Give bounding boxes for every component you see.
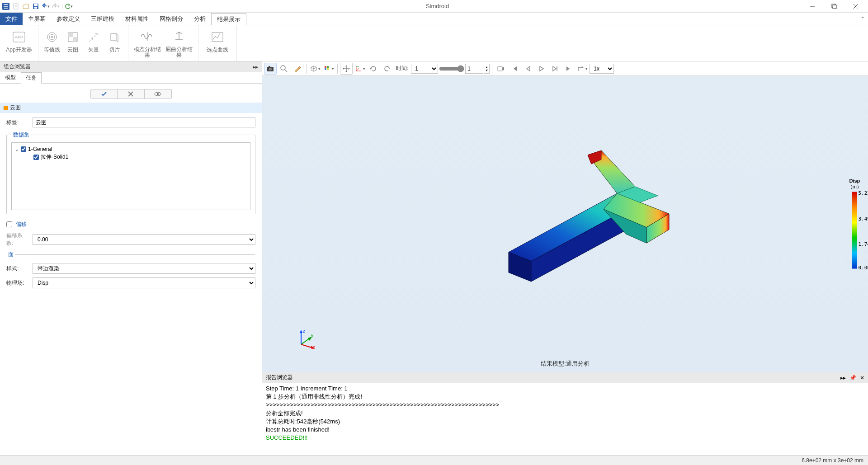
zoom-icon[interactable] bbox=[278, 63, 290, 75]
tree-child-label[interactable]: 拉伸-Solid1 bbox=[41, 153, 68, 161]
app-title: Simdroid bbox=[73, 3, 802, 9]
report-expand-icon[interactable]: ▸▸ bbox=[840, 375, 846, 381]
ribbon-curve[interactable]: 选点曲线 bbox=[203, 28, 232, 58]
tree-root-label[interactable]: 1-General bbox=[28, 146, 52, 152]
cube-icon[interactable] bbox=[309, 63, 321, 75]
tree-caret-icon[interactable]: ⌄ bbox=[14, 146, 19, 152]
time-select[interactable]: 1 bbox=[411, 64, 438, 74]
menu-tab-home[interactable]: 主屏幕 bbox=[23, 13, 51, 25]
time-label: 时间: bbox=[396, 65, 408, 72]
preview-button[interactable] bbox=[145, 89, 172, 99]
section-icon bbox=[4, 106, 8, 110]
model-3d bbox=[448, 132, 683, 286]
legend-title: Disp bbox=[848, 178, 862, 183]
close-button[interactable] bbox=[845, 0, 866, 13]
ribbon-vector[interactable]: 矢量 bbox=[85, 28, 103, 58]
style-select[interactable]: 带边渲染 bbox=[33, 263, 255, 274]
svg-rect-3 bbox=[34, 4, 38, 6]
redo-icon[interactable] bbox=[52, 2, 60, 10]
new-icon[interactable] bbox=[12, 2, 20, 10]
report-pin-icon[interactable]: 📌 bbox=[849, 375, 856, 381]
panel-collapse-icon[interactable]: ▸▸ bbox=[253, 64, 258, 70]
svg-rect-22 bbox=[325, 66, 326, 68]
report-close-icon[interactable]: ✕ bbox=[860, 375, 864, 381]
prev-frame-icon[interactable] bbox=[522, 63, 534, 75]
menu-tab-material[interactable]: 材料属性 bbox=[120, 13, 154, 25]
palette-icon[interactable] bbox=[322, 63, 335, 75]
menu-tab-3d[interactable]: 三维建模 bbox=[85, 13, 120, 25]
svg-rect-23 bbox=[327, 66, 329, 68]
field-select[interactable]: Disp bbox=[33, 277, 255, 288]
offset-checkbox[interactable] bbox=[6, 221, 12, 227]
maximize-button[interactable] bbox=[824, 0, 844, 13]
status-text: 6.8e+02 mm x 3e+02 mm bbox=[802, 457, 863, 464]
brush-icon[interactable] bbox=[291, 63, 304, 75]
viewport-toolbar: 时间: 1 ▲▼ 1x bbox=[262, 61, 868, 76]
menu-tab-mesh[interactable]: 网格剖分 bbox=[154, 13, 189, 25]
svg-point-9 bbox=[47, 33, 57, 42]
camera-icon[interactable] bbox=[264, 63, 277, 75]
ribbon-modal[interactable]: 模态分析结果 bbox=[133, 28, 162, 58]
move-icon[interactable] bbox=[340, 63, 353, 75]
accept-button[interactable] bbox=[90, 89, 118, 99]
ribbon-collapse-icon[interactable]: ⌃ bbox=[857, 13, 868, 25]
loop-icon[interactable] bbox=[576, 63, 589, 75]
minimize-button[interactable] bbox=[802, 0, 823, 13]
svg-point-17 bbox=[157, 93, 159, 95]
svg-line-38 bbox=[301, 344, 313, 348]
next-frame-icon[interactable] bbox=[549, 63, 561, 75]
frame-input[interactable] bbox=[465, 64, 483, 74]
panel-tab-task[interactable]: 任务 bbox=[21, 72, 42, 84]
open-icon[interactable] bbox=[22, 2, 30, 10]
svg-point-10 bbox=[49, 34, 55, 40]
ribbon-slice[interactable]: 切片 bbox=[105, 28, 123, 58]
menu-tab-results[interactable]: 结果展示 bbox=[211, 13, 246, 25]
viewport[interactable]: z y x Disp （m） 5.239e-07 3.493e-07 1.746… bbox=[262, 76, 868, 372]
rotate-cw-icon[interactable] bbox=[381, 63, 393, 75]
field-label: 物理场: bbox=[6, 279, 29, 287]
legend-unit: （m） bbox=[848, 183, 862, 190]
menu-tabs: 文件 主屏幕 参数定义 三维建模 材料属性 网格剖分 分析 结果展示 ⌃ bbox=[0, 13, 868, 25]
play-icon[interactable] bbox=[535, 63, 548, 75]
label-input[interactable] bbox=[33, 117, 255, 127]
ribbon-contour[interactable]: 等值线 bbox=[43, 28, 61, 58]
menu-tab-analysis[interactable]: 分析 bbox=[189, 13, 211, 25]
color-legend: Disp （m） 5.239e-07 3.493e-07 1.746e-07 0… bbox=[848, 178, 862, 271]
offset-select[interactable]: 0.00 bbox=[33, 234, 255, 245]
status-bar: 6.8e+02 mm x 3e+02 mm bbox=[0, 455, 868, 465]
panel-tab-model[interactable]: 模型 bbox=[0, 72, 21, 83]
offset-label: 偏移 bbox=[16, 221, 27, 228]
time-slider[interactable] bbox=[439, 65, 464, 72]
menu-tab-params[interactable]: 参数定义 bbox=[51, 13, 85, 25]
svg-point-11 bbox=[51, 36, 53, 38]
face-legend: 面 bbox=[6, 251, 15, 258]
label-label: 标签: bbox=[6, 119, 29, 127]
axis-triad: z y x bbox=[297, 329, 315, 347]
last-frame-icon[interactable] bbox=[562, 63, 575, 75]
svg-rect-26 bbox=[498, 66, 502, 71]
dataset-tree[interactable]: ⌄ 1-General 拉伸-Solid1 bbox=[11, 142, 250, 210]
tree-check-root[interactable] bbox=[21, 146, 26, 152]
speed-select[interactable]: 1x bbox=[590, 64, 614, 74]
cancel-button[interactable] bbox=[118, 89, 145, 99]
save-icon[interactable] bbox=[32, 2, 40, 10]
ribbon-cloud[interactable]: 云图 bbox=[64, 28, 82, 58]
colorbar: 5.239e-07 3.493e-07 1.746e-07 0.000e+00 bbox=[852, 192, 857, 269]
refresh-icon[interactable] bbox=[65, 2, 73, 10]
svg-point-19 bbox=[269, 68, 272, 70]
menu-file[interactable]: 文件 bbox=[0, 13, 23, 25]
axes-icon[interactable] bbox=[354, 63, 366, 75]
undo-icon[interactable] bbox=[42, 2, 50, 10]
tree-check-child[interactable] bbox=[33, 155, 39, 160]
report-header: 报告浏览器 ▸▸ 📌 ✕ bbox=[262, 372, 868, 383]
ribbon-label: App开发器 bbox=[6, 47, 32, 53]
svg-text:y: y bbox=[311, 333, 313, 338]
ribbon-buckling[interactable]: 屈曲分析结果 bbox=[165, 28, 193, 58]
svg-rect-24 bbox=[325, 68, 326, 70]
record-icon[interactable] bbox=[495, 63, 507, 75]
first-frame-icon[interactable] bbox=[508, 63, 521, 75]
report-browser[interactable]: Step Time: 1 Increment Time: 1 第 1 步分析（通… bbox=[262, 383, 868, 455]
panel-title: 组合浏览器 ▸▸ bbox=[0, 61, 262, 72]
ribbon-app-dev[interactable]: APP App开发器 bbox=[5, 28, 33, 58]
rotate-ccw-icon[interactable] bbox=[367, 63, 380, 75]
